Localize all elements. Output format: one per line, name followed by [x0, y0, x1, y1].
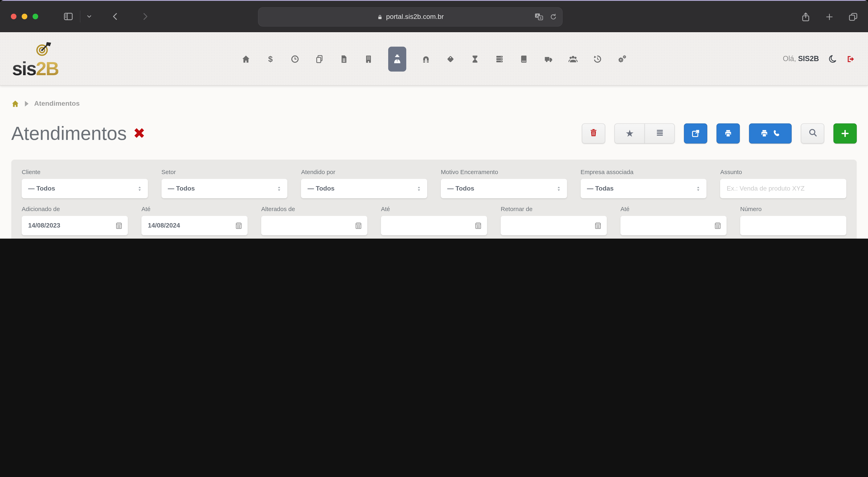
dollar-icon[interactable]: $ — [266, 54, 275, 64]
filter-label: Motivo Encerramento — [441, 169, 567, 175]
logout-icon[interactable] — [846, 54, 856, 64]
breadcrumb-current: Atendimentos — [34, 100, 80, 108]
breadcrumb-separator-icon — [25, 101, 29, 107]
select-caret-icon — [136, 185, 143, 192]
calendar-icon — [594, 221, 602, 230]
print-button[interactable] — [716, 123, 740, 143]
numero-input-wrap — [740, 216, 846, 235]
page-title: Atendimentos — [11, 122, 127, 144]
sidebar-toggle-icon[interactable] — [63, 11, 73, 22]
browser-toolbar: portal.sis2b.com.br Aa — [0, 0, 868, 32]
filter-label: Retornar de — [501, 205, 607, 212]
forward-icon[interactable] — [141, 12, 150, 21]
external-link-button[interactable] — [684, 123, 707, 143]
select-caret-icon — [555, 185, 562, 192]
calendar-icon — [235, 221, 243, 230]
target-dart-icon — [35, 41, 53, 58]
setor-select[interactable]: — Todos — [161, 179, 287, 198]
hourglass-icon[interactable] — [470, 54, 480, 64]
star-icon: ★ — [625, 128, 634, 138]
logo-sis: sis — [12, 58, 36, 79]
delete-button[interactable] — [582, 123, 605, 143]
motivo-encerramento-select[interactable]: — Todos — [441, 179, 567, 198]
numero-input[interactable] — [747, 222, 840, 229]
alterados-de-date[interactable] — [261, 216, 367, 235]
atendido-por-select[interactable]: — Todos — [301, 179, 427, 198]
zoom-window-button[interactable] — [33, 13, 38, 19]
building-icon[interactable] — [364, 54, 373, 64]
filter-panel: Cliente — Todos Setor — Todos Atendido p… — [11, 159, 857, 239]
share-icon[interactable] — [801, 12, 811, 22]
home-icon[interactable] — [241, 54, 251, 64]
book-icon[interactable] — [519, 54, 529, 64]
clock-icon[interactable] — [290, 54, 300, 64]
new-tab-icon[interactable] — [825, 12, 834, 22]
main-content: Atendimentos Atendimentos ✖ ★ — [0, 86, 868, 239]
filter-label: Adicionado de — [22, 205, 128, 212]
close-window-button[interactable] — [11, 13, 17, 19]
truck-icon[interactable] — [544, 54, 553, 64]
toolbar-divider — [80, 10, 81, 22]
back-icon[interactable] — [111, 12, 120, 21]
filter-label: Cliente — [22, 169, 148, 175]
svg-text:a: a — [540, 16, 541, 20]
add-button[interactable] — [833, 123, 857, 143]
adicionado-de-date[interactable]: 14/08/2023 — [22, 216, 128, 235]
tab-overview-icon[interactable] — [848, 12, 858, 22]
translate-icon[interactable]: Aa — [534, 12, 544, 22]
url-text: portal.sis2b.com.br — [386, 13, 444, 21]
greeting-username: SIS2B — [798, 55, 819, 63]
breadcrumb-home-icon[interactable] — [11, 100, 19, 108]
select-caret-icon — [415, 185, 422, 192]
filter-label: Assunto — [720, 169, 846, 175]
magnet-icon[interactable] — [421, 54, 431, 64]
minimize-window-button[interactable] — [22, 13, 27, 19]
assunto-input[interactable] — [727, 185, 840, 192]
calendar-icon — [714, 221, 722, 230]
filter-label: Até — [381, 205, 487, 212]
action-toolbar: ★ — [582, 123, 857, 143]
svg-text:$: $ — [268, 55, 273, 63]
tag-icon[interactable] — [446, 54, 455, 64]
document-icon[interactable] — [339, 54, 349, 64]
retornar-de-date[interactable] — [501, 216, 607, 235]
traffic-lights — [11, 13, 38, 19]
favorite-button[interactable]: ★ — [614, 123, 645, 143]
logo-2b: 2B — [36, 58, 59, 79]
server-icon[interactable] — [495, 54, 504, 64]
select-caret-icon — [276, 185, 283, 192]
calendar-icon — [115, 221, 123, 230]
history-icon[interactable] — [593, 54, 602, 64]
dark-mode-icon[interactable] — [828, 54, 837, 64]
calendar-icon — [354, 221, 363, 230]
users-icon[interactable] — [568, 54, 578, 64]
filter-label: Atendido por — [301, 169, 427, 175]
cliente-select[interactable]: — Todos — [22, 179, 148, 198]
support-agent-icon-active[interactable] — [388, 47, 406, 71]
greeting: Olá, SIS2B — [783, 55, 819, 63]
gears-icon[interactable] — [617, 54, 627, 64]
filter-label: Até — [142, 205, 248, 212]
address-bar[interactable]: portal.sis2b.com.br Aa — [258, 7, 563, 27]
sis2b-logo[interactable]: sis2B — [12, 41, 81, 81]
alterados-ate-date[interactable] — [381, 216, 487, 235]
retornar-ate-date[interactable] — [620, 216, 726, 235]
adicionado-ate-date[interactable]: 14/08/2024 — [142, 216, 248, 235]
empresa-associada-select[interactable]: — Todas — [581, 179, 707, 198]
list-view-button[interactable] — [645, 123, 675, 143]
chevron-down-icon[interactable] — [86, 13, 92, 20]
select-caret-icon — [695, 185, 702, 192]
filter-label: Empresa associada — [581, 169, 707, 175]
close-page-icon[interactable]: ✖ — [133, 126, 145, 141]
reload-icon[interactable] — [549, 13, 557, 21]
browser-window: portal.sis2b.com.br Aa — [0, 0, 868, 239]
print-call-button[interactable] — [749, 123, 792, 143]
breadcrumb: Atendimentos — [11, 100, 857, 108]
main-nav: $ — [241, 32, 627, 86]
copy-icon[interactable] — [315, 54, 324, 64]
site-header: sis2B $ Olá, SIS2B — [0, 32, 868, 86]
filter-label: Alterados de — [261, 205, 367, 212]
viewport: portal.sis2b.com.br Aa — [0, 0, 868, 239]
lock-icon — [377, 14, 383, 20]
search-button[interactable] — [801, 123, 824, 143]
